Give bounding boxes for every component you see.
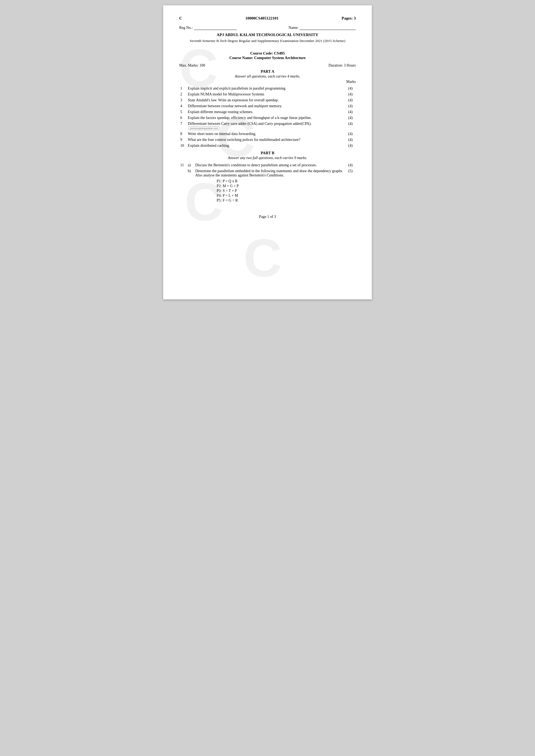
course-name: Course Name: Computer System Architectur… [179,56,356,60]
header-row: C 10000CS405122101 Pages: 3 [179,16,356,21]
q-num-3: 3 [179,97,187,103]
table-row: 4 Differentiate between crossbar network… [179,103,356,109]
q-mark-10: (4) [345,143,356,148]
course-block: Course Code: CS405 Course Name: Computer… [179,51,356,60]
duration: Duration: 3 Hours [328,63,356,68]
q-mark-3: (4) [345,97,356,103]
watermark-c-4: C [243,227,282,289]
q-mark-6: (4) [345,115,356,121]
q-mark-9: (4) [345,137,356,143]
marks-label: Marks [179,80,356,84]
q-text-9: What are the four context switching poli… [187,137,345,143]
name-label: Name: [289,26,298,30]
part-a-subtitle: Answer all questions, each carries 4 mar… [179,74,356,79]
q-mark-11a: (4) [345,162,356,168]
reg-underline [194,25,237,30]
part-a-title: PART A [179,69,356,74]
table-row: b) Determine the parallelism embedded in… [179,168,356,204]
part-b-subtitle: Answer any two full questions, each carr… [179,156,356,160]
table-row: 3 State Amdahl's law. Write an expressio… [179,97,356,103]
q-num-7: 7 [179,121,187,131]
marks-duration-row: Max. Marks: 100 Duration: 3 Hours [179,63,356,68]
table-row: 9 What are the four context switching po… [179,137,356,143]
name-underline [299,25,356,30]
q-text-6: Explain the factors speedup, efficiency … [187,115,345,121]
reg-label: Reg No.: [179,26,193,30]
q-text-2: Explain NUMA model for Multiprocessor Sy… [187,92,345,97]
header-left: C [179,16,182,21]
q-alpha-a: a) [187,162,194,168]
university-title: APJ ABDUL KALAM TECHNOLOGICAL UNIVERSITY [179,33,356,37]
q-mark-1: (4) [345,86,356,92]
table-row: 6 Explain the factors speedup, efficienc… [179,115,356,121]
header-right: Pages: 3 [342,16,356,21]
q-mark-11b: (5) [345,168,356,204]
name-field: Name: [289,25,356,30]
max-marks: Max. Marks: 100 [179,63,205,68]
q-num-11: 11 [179,162,187,168]
eq-p2: P2: M = G + P [217,184,344,188]
q-text-7: Differentiate between Carry save adder (… [187,121,345,131]
page-footer: Page 1 of 3 [179,215,356,219]
q-mark-2: (4) [345,92,356,97]
q-mark-4: (4) [345,103,356,109]
q-num-6: 6 [179,115,187,121]
q-num-5: 5 [179,109,187,115]
q-text-4: Differentiate between crossbar network a… [187,103,345,109]
q-mark-7: (4) [345,121,356,131]
table-row: 10 Explain distributed caching. (4) [179,143,356,148]
q-mark-8: (4) [345,131,356,137]
equations-block: P1: P = Q x R P2: M = G + P P3: S = T + … [217,179,344,202]
q-text-5: Explain different message routing scheme… [187,109,345,115]
q-num-11b [179,168,187,204]
part-b-title: PART B [179,151,356,155]
q-text-10: Explain distributed caching. [187,143,345,148]
q-text-8: Write short notes on internal data forwa… [187,131,345,137]
exam-page: C C C C C 10000CS405122101 Pages: 3 Reg … [163,5,372,299]
q-num-4: 4 [179,103,187,109]
q-num-10: 10 [179,143,187,148]
course-code: Course Code: CS405 [179,51,356,56]
q-num-8: 8 [179,131,187,137]
part-a-questions: 1 Explain implicit and explicit parallel… [179,86,356,148]
exam-subtitle: Seventh Semester B.Tech Degree Regular a… [179,39,356,43]
table-row: 8 Write short notes on internal data for… [179,131,356,137]
q-text-11a: Discuss the Bernstein's conditions to de… [194,162,345,168]
q-alpha-b: b) [187,168,194,204]
reg-name-row: Reg No.: Name: [179,25,356,30]
previousyear-stamp: previousyearquestion.com [188,126,220,130]
table-row: 5 Explain different message routing sche… [179,109,356,115]
q-text-1: Explain implicit and explicit parallelis… [187,86,345,92]
q-num-9: 9 [179,137,187,143]
q-text-3: State Amdahl's law. Write an expression … [187,97,345,103]
eq-p5: P5: F = G ÷ R [217,198,344,202]
q-num-2: 2 [179,92,187,97]
reg-field: Reg No.: [179,25,237,30]
header-center: 10000CS405122101 [245,16,278,21]
part-b-questions: 11 a) Discuss the Bernstein's conditions… [179,162,356,204]
q-num-1: 1 [179,86,187,92]
q-text-11b: Determine the parallelism embedded in th… [194,168,345,204]
content-wrapper: C 10000CS405122101 Pages: 3 Reg No.: Nam… [179,16,356,219]
eq-p4: P4: P = L + M [217,194,344,198]
table-row: 11 a) Discuss the Bernstein's conditions… [179,162,356,168]
table-row: 2 Explain NUMA model for Multiprocessor … [179,92,356,97]
table-row: 1 Explain implicit and explicit parallel… [179,86,356,92]
eq-p1: P1: P = Q x R [217,179,344,183]
eq-p3: P3: S = T + P [217,189,344,193]
q-mark-5: (4) [345,109,356,115]
table-row: 7 Differentiate between Carry save adder… [179,121,356,131]
